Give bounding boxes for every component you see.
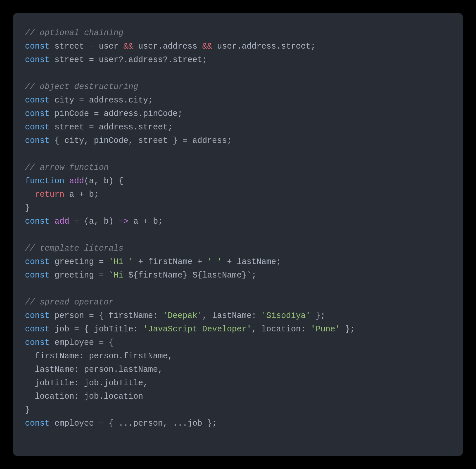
- code-line: function add(a, b) {: [25, 174, 451, 188]
- code-token: const: [25, 109, 50, 119]
- code-line: lastName: person.lastName,: [25, 363, 451, 376]
- code-token: }: [25, 203, 30, 213]
- code-line: return a + b;: [25, 188, 451, 201]
- code-token: user.address: [133, 42, 202, 51]
- code-token: job: [50, 324, 74, 334]
- code-token: =: [89, 123, 94, 132]
- code-token: person: [50, 311, 89, 321]
- code-token: =: [99, 257, 104, 267]
- code-token: street: [50, 42, 89, 51]
- code-token: =: [74, 324, 79, 334]
- code-token: =: [99, 271, 104, 280]
- code-token: [50, 217, 54, 226]
- code-token: greeting: [50, 271, 99, 280]
- code-token: b;: [84, 190, 99, 199]
- code-token: &&: [123, 42, 133, 51]
- code-line: const job = { jobTitle: 'JavaScript Deve…: [25, 323, 451, 336]
- code-token: [69, 217, 74, 226]
- code-token: const: [25, 42, 50, 51]
- code-line: // object destructuring: [25, 80, 451, 94]
- code-token: , lastName:: [202, 311, 261, 321]
- code-line: const add = (a, b) => a + b;: [25, 215, 451, 228]
- code-line: const person = { firstName: 'Deepak', la…: [25, 309, 451, 323]
- code-token: user?.address?.street;: [94, 55, 207, 65]
- code-token: +: [227, 257, 232, 267]
- code-token: address.street;: [94, 123, 173, 132]
- code-token: 'Pune': [311, 324, 340, 334]
- code-token: =: [74, 217, 79, 226]
- code-line: const street = address.street;: [25, 121, 451, 134]
- code-token: return: [35, 190, 64, 199]
- code-token: [25, 190, 35, 199]
- code-token: =: [79, 96, 84, 105]
- code-line: const { city, pinCode, street } = addres…: [25, 134, 451, 147]
- code-line: [25, 228, 451, 242]
- code-token: const: [25, 271, 50, 280]
- code-token: 'JavaScript Developer': [143, 324, 251, 334]
- code-token: city: [50, 96, 79, 105]
- code-token: user.address.street;: [212, 42, 315, 51]
- code-token: =: [89, 311, 94, 321]
- code-line: // arrow function: [25, 161, 451, 174]
- code-token: { ...person, ...job };: [104, 419, 217, 428]
- code-token: , location:: [251, 324, 311, 334]
- code-token: [202, 257, 207, 267]
- code-token: jobTitle: job.jobTitle,: [25, 378, 148, 388]
- code-token: [187, 271, 192, 280]
- code-token: +: [143, 217, 148, 226]
- code-lines-container: // optional chainingconst street = user …: [25, 26, 451, 430]
- code-token: const: [25, 55, 50, 65]
- code-token: &&: [202, 42, 212, 51]
- code-line: const employee = {: [25, 336, 451, 349]
- code-token: pinCode: [50, 109, 94, 119]
- code-token: const: [25, 338, 50, 347]
- code-token: { city, pinCode, street }: [50, 136, 183, 145]
- code-token: 'Deepak': [163, 311, 202, 321]
- code-line: firstName: person.firstName,: [25, 349, 451, 363]
- code-line: const street = user?.address?.street;: [25, 53, 451, 67]
- code-token: street: [50, 123, 89, 132]
- code-token: lastName;: [232, 257, 281, 267]
- code-line: const city = address.city;: [25, 94, 451, 107]
- code-line: const street = user && user.address && u…: [25, 40, 451, 53]
- code-token: +: [197, 257, 202, 267]
- code-token: =: [99, 338, 104, 347]
- code-token: 'Sisodiya': [261, 311, 311, 321]
- code-line: // spread operator: [25, 296, 451, 309]
- code-line: [25, 67, 451, 80]
- code-token: employee: [50, 338, 99, 347]
- code-token: ${firstName}: [128, 271, 187, 280]
- code-token: {: [104, 338, 114, 347]
- code-line: const pinCode = address.pinCode;: [25, 107, 451, 121]
- code-token: =: [183, 136, 187, 145]
- code-block: // optional chainingconst street = user …: [13, 13, 463, 456]
- code-line: const greeting = 'Hi ' + firstName + ' '…: [25, 255, 451, 269]
- code-line: [25, 147, 451, 161]
- code-token: const: [25, 217, 50, 226]
- code-token: firstName: person.firstName,: [25, 351, 173, 361]
- code-token: [133, 257, 138, 267]
- code-line: }: [25, 403, 451, 417]
- code-token: // optional chaining: [25, 28, 123, 38]
- code-token: =: [99, 419, 104, 428]
- code-token: [64, 176, 69, 186]
- code-token: const: [25, 419, 50, 428]
- code-line: [25, 282, 451, 296]
- code-line: const employee = { ...person, ...job };: [25, 417, 451, 430]
- code-token: (a, b): [79, 217, 119, 226]
- code-line: const greeting = `Hi ${firstName} ${last…: [25, 269, 451, 282]
- code-token: =: [89, 55, 94, 65]
- code-line: location: job.location: [25, 390, 451, 403]
- code-token: a: [64, 190, 79, 199]
- code-token: `Hi: [109, 271, 128, 280]
- code-token: add: [69, 176, 84, 186]
- code-token: +: [138, 257, 143, 267]
- code-token: ' ': [207, 257, 222, 267]
- code-token: =>: [119, 217, 128, 226]
- code-token: b;: [148, 217, 163, 226]
- code-token: const: [25, 96, 50, 105]
- code-token: =: [94, 109, 99, 119]
- code-token: location: job.location: [25, 392, 143, 401]
- code-token: =: [89, 42, 94, 51]
- code-line: // optional chaining: [25, 26, 451, 40]
